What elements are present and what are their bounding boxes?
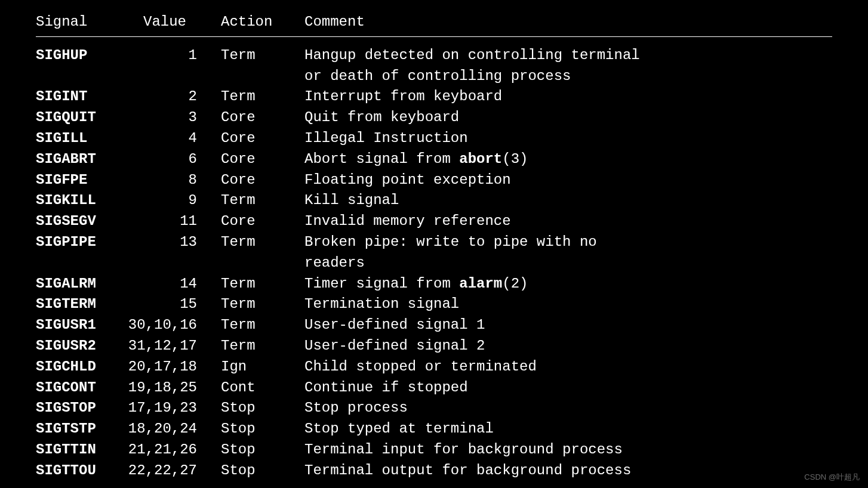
signal-name: SIGALRM <box>36 274 125 295</box>
signal-name: SIGILL <box>36 128 125 149</box>
signals-table: Signal Value Action Comment SIGHUP 1Term… <box>36 12 832 481</box>
table-body: SIGHUP 1TermHangup detected on controlli… <box>36 45 832 481</box>
signal-name: SIGSTOP <box>36 398 125 419</box>
signal-name: SIGTSTP <box>36 419 125 440</box>
table-row: SIGTTOU22,22,27StopTerminal output for b… <box>36 461 832 481</box>
signal-action: Stop <box>221 440 304 461</box>
table-row: SIGALRM14TermTimer signal from alarm(2) <box>36 274 832 295</box>
signal-name: SIGTTOU <box>36 461 125 481</box>
signal-comment: Timer signal from alarm(2) <box>304 274 832 295</box>
signal-value: 22,22,27 <box>125 461 221 481</box>
table-row: SIGKILL 9TermKill signal <box>36 190 832 211</box>
signal-name: SIGCONT <box>36 378 125 399</box>
signal-action: Term <box>221 294 304 315</box>
table-row: SIGPIPE13TermBroken pipe: write to pipe … <box>36 232 832 274</box>
header-comment: Comment <box>304 12 832 33</box>
signal-action: Stop <box>221 398 304 419</box>
signal-action: Term <box>221 274 304 295</box>
signal-comment: Terminal input for background process <box>304 440 832 461</box>
signal-value: 17,19,23 <box>125 398 221 419</box>
signal-action: Term <box>221 336 304 357</box>
signal-comment: Floating point exception <box>304 170 832 191</box>
signal-action: Stop <box>221 461 304 481</box>
signal-action: Core <box>221 128 304 149</box>
comment-text-bold: alarm <box>459 276 502 292</box>
signal-comment: Abort signal from abort(3) <box>304 149 832 170</box>
signal-value: 15 <box>125 294 221 315</box>
signal-comment: Stop process <box>304 398 832 419</box>
table-row: SIGHUP 1TermHangup detected on controlli… <box>36 45 832 87</box>
signal-name: SIGFPE <box>36 170 125 191</box>
signal-comment: Termination signal <box>304 294 832 315</box>
signal-comment: Illegal Instruction <box>304 128 832 149</box>
signal-action: Core <box>221 211 304 232</box>
table-row: SIGTERM15TermTermination signal <box>36 294 832 315</box>
signal-name: SIGPIPE <box>36 232 125 253</box>
signal-action: Stop <box>221 419 304 440</box>
signal-action: Term <box>221 190 304 211</box>
signal-name: SIGSEGV <box>36 211 125 232</box>
signal-name: SIGCHLD <box>36 357 125 378</box>
table-row: SIGILL 4CoreIllegal Instruction <box>36 128 832 149</box>
signal-value: 6 <box>125 149 221 170</box>
signal-comment: User-defined signal 1 <box>304 315 832 336</box>
signal-name: SIGKILL <box>36 190 125 211</box>
signal-comment: Kill signal <box>304 190 832 211</box>
signal-name: SIGTTIN <box>36 440 125 461</box>
table-row: SIGCHLD20,17,18IgnChild stopped or termi… <box>36 357 832 378</box>
signal-action: Term <box>221 45 304 66</box>
signal-comment: Interrupt from keyboard <box>304 87 832 107</box>
signal-action: Term <box>221 315 304 336</box>
table-row: SIGTSTP18,20,24StopStop typed at termina… <box>36 419 832 440</box>
signal-comment: Child stopped or terminated <box>304 357 832 378</box>
signal-value: 18,20,24 <box>125 419 221 440</box>
signal-value: 9 <box>125 190 221 211</box>
signal-value: 30,10,16 <box>125 315 221 336</box>
table-row: SIGUSR231,12,17TermUser-defined signal 2 <box>36 336 832 357</box>
signal-name: SIGABRT <box>36 149 125 170</box>
watermark: CSDN @叶超凡 <box>804 472 860 483</box>
signal-value: 31,12,17 <box>125 336 221 357</box>
comment-text-pre: Abort signal from <box>304 151 459 167</box>
table-row: SIGSTOP17,19,23StopStop process <box>36 398 832 419</box>
comment-text-pre: Timer signal from <box>304 276 459 292</box>
table-row: SIGABRT 6CoreAbort signal from abort(3) <box>36 149 832 170</box>
signal-comment: Broken pipe: write to pipe with no reade… <box>304 232 832 274</box>
signal-action: Term <box>221 87 304 107</box>
signal-value: 13 <box>125 232 221 253</box>
table-row: SIGSEGV11CoreInvalid memory reference <box>36 211 832 232</box>
signal-comment: Stop typed at terminal <box>304 419 832 440</box>
table-row: SIGQUIT 3CoreQuit from keyboard <box>36 107 832 128</box>
signal-action: Ign <box>221 357 304 378</box>
signal-value: 8 <box>125 170 221 191</box>
table-header: Signal Value Action Comment <box>36 12 832 37</box>
signal-value: 4 <box>125 128 221 149</box>
signal-value: 21,21,26 <box>125 440 221 461</box>
signal-value: 3 <box>125 107 221 128</box>
table-row: SIGTTIN21,21,26StopTerminal input for ba… <box>36 440 832 461</box>
signal-comment: User-defined signal 2 <box>304 336 832 357</box>
signal-comment: Hangup detected on controlling terminal … <box>304 45 832 87</box>
comment-text-bold: abort <box>459 151 502 167</box>
header-action: Action <box>221 12 304 33</box>
signal-action: Term <box>221 232 304 253</box>
table-row: SIGFPE 8CoreFloating point exception <box>36 170 832 191</box>
signal-value: 2 <box>125 87 221 107</box>
signal-action: Core <box>221 107 304 128</box>
signal-comment: Quit from keyboard <box>304 107 832 128</box>
signal-action: Core <box>221 170 304 191</box>
header-value: Value <box>125 12 221 33</box>
signal-action: Cont <box>221 378 304 399</box>
signal-value: 1 <box>125 45 221 66</box>
signal-name: SIGQUIT <box>36 107 125 128</box>
signal-action: Core <box>221 149 304 170</box>
signal-comment: Continue if stopped <box>304 378 832 399</box>
table-row: SIGUSR130,10,16TermUser-defined signal 1 <box>36 315 832 336</box>
signal-value: 20,17,18 <box>125 357 221 378</box>
header-signal: Signal <box>36 12 125 33</box>
signal-comment: Invalid memory reference <box>304 211 832 232</box>
signal-name: SIGTERM <box>36 294 125 315</box>
comment-text-post: (3) <box>502 151 528 167</box>
signal-value: 14 <box>125 274 221 295</box>
signal-name: SIGHUP <box>36 45 125 66</box>
